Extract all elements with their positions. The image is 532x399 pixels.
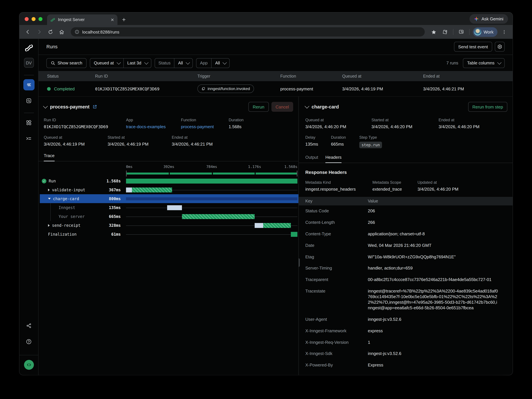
table-row[interactable]: Completed 01KJXD1TQCZ852GMEX0CQF3D69 inn… [38, 81, 513, 97]
header-row: EtagW/"10a-W8k9rUOR+zZG9xQQp8hg7694N1E" [299, 251, 513, 263]
expand-caret-icon[interactable] [48, 224, 50, 227]
headers-table-header: Key Value [299, 197, 513, 205]
share-icon[interactable] [23, 320, 34, 331]
site-info-icon[interactable] [75, 30, 79, 34]
time-filter-group: Queued at Last 3d [90, 58, 151, 68]
step-tabs: Output Headers [299, 155, 513, 163]
status-filter-label: Status [155, 58, 174, 68]
span-segment-queued [255, 223, 263, 228]
span-track [126, 194, 298, 203]
span-track [126, 221, 298, 230]
span-track [126, 212, 298, 221]
sidebar-divider [24, 75, 34, 75]
trace-row-charge-card[interactable]: charge-card800ms [40, 194, 298, 203]
reload-button[interactable] [46, 27, 55, 37]
tab-close-icon[interactable]: ✕ [111, 17, 114, 22]
header-value: express [368, 328, 499, 334]
trace-row-run[interactable]: ✓Run1.568s [40, 177, 298, 185]
browser-tab[interactable]: Inngest Server ✕ [47, 14, 117, 25]
cancel-button[interactable]: Cancel [271, 102, 293, 112]
workspace-badge[interactable]: DV [24, 58, 34, 68]
run-id-label: Run ID [44, 118, 126, 122]
close-window-button[interactable] [25, 17, 29, 21]
profile-chip[interactable]: Work [473, 27, 497, 37]
value-column-header: Value [368, 199, 513, 203]
rerun-button[interactable]: Rerun [248, 102, 269, 112]
tab-headers[interactable]: Headers [325, 155, 342, 163]
show-search-button[interactable]: Show search [46, 58, 87, 68]
span-name: Finalization [48, 232, 76, 236]
queued-at-filter[interactable]: Queued at [90, 58, 123, 68]
header-key: Server-Timing [305, 266, 368, 271]
header-key: Content-Length [305, 220, 368, 225]
step-started-at-label: Started at [371, 118, 438, 122]
window-controls[interactable] [25, 17, 42, 21]
external-link-icon[interactable] [92, 104, 97, 109]
trace-row-inngest[interactable]: Inngest135ms [40, 203, 298, 212]
header-row: X-Inngest-Req-Version1 [299, 337, 513, 348]
app-filter-value[interactable]: All [211, 58, 229, 68]
table-columns-button[interactable]: Table columns [463, 58, 505, 68]
span-track [126, 185, 298, 194]
new-tab-button[interactable]: + [122, 16, 126, 23]
axis-tick-label: 0ms [126, 165, 133, 169]
step-ended-at-value: 3/4/2026, 4:46:20 PM [438, 124, 506, 129]
span-duration: 328ms [109, 223, 121, 227]
address-bar[interactable]: localhost:8288/runs [71, 27, 425, 37]
rerun-from-step-button[interactable]: Rerun from step [468, 102, 507, 112]
span-track [126, 203, 298, 212]
settings-button[interactable] [495, 42, 505, 52]
trigger-badge[interactable]: inngest/function.invoked [197, 85, 254, 93]
column-header: Run ID [95, 74, 197, 78]
sidebar-item-events[interactable] [23, 95, 34, 106]
forward-button[interactable] [35, 27, 44, 37]
span-segment-solid [126, 178, 298, 183]
send-test-event-button[interactable]: Send test event [454, 42, 492, 52]
header-row: Content-Typeapplication/json; charset=ut… [299, 228, 513, 240]
expand-caret-icon[interactable] [48, 189, 50, 191]
sidebar-item-runs[interactable] [23, 79, 34, 90]
response-headers-heading: Response Headers [299, 163, 513, 175]
function-label: Function [181, 118, 229, 122]
minimize-window-button[interactable] [32, 17, 36, 21]
sidebar-item-functions[interactable] [23, 133, 34, 144]
trace-row-send-receipt[interactable]: send-receipt328ms [40, 221, 298, 230]
tab-output[interactable]: Output [305, 155, 318, 163]
avatar [474, 28, 481, 36]
function-link[interactable]: process-payment [181, 124, 229, 129]
dev-server-status-icon[interactable] [24, 360, 34, 370]
span-duration: 367ms [109, 188, 121, 192]
zoom-window-button[interactable] [38, 17, 42, 21]
browser-menu-icon[interactable] [500, 27, 509, 37]
header-value: inngest@traceref=%7B%22tp%22%3A%2200-4ae… [368, 289, 499, 311]
time-range-filter[interactable]: Last 3d [123, 58, 151, 68]
profile-label: Work [484, 29, 494, 34]
help-icon[interactable] [23, 336, 34, 347]
app-header: Runs Send test event [38, 39, 513, 55]
trace-row-finalization[interactable]: Finalization61ms [40, 230, 298, 239]
trace-row-your-server[interactable]: Your server665ms [40, 212, 298, 221]
collapse-caret-icon[interactable] [48, 198, 51, 199]
header-value: W/"10a-W8k9rUOR+zZG9xQQp8hg7694N1E" [368, 254, 499, 260]
trace-row-validate-input[interactable]: validate-input367ms [40, 185, 298, 194]
span-segment-selected [126, 197, 298, 200]
app-link[interactable]: trace-docs-examples [126, 124, 181, 129]
trace-minimap[interactable] [126, 171, 298, 177]
collapse-step-chevron-icon[interactable] [305, 104, 309, 109]
side-panel-search-icon[interactable] [457, 27, 466, 37]
sidebar-item-apps[interactable] [23, 117, 34, 128]
key-column-header: Key [305, 199, 368, 203]
span-name: charge-card [53, 196, 79, 201]
browser-toolbar: localhost:8288/runs Work [19, 25, 513, 39]
step-duration-label: Duration [331, 135, 359, 140]
browser-tabstrip: Inngest Server ✕ + Ask Gemini [19, 12, 513, 25]
bookmark-star-icon[interactable] [429, 27, 438, 37]
tab-trace[interactable]: Trace [44, 153, 55, 161]
status-filter-value[interactable]: All [174, 58, 192, 68]
ask-gemini-button[interactable]: Ask Gemini [469, 14, 508, 24]
collapse-run-chevron-icon[interactable] [43, 104, 48, 109]
back-button[interactable] [23, 27, 32, 37]
extensions-icon[interactable] [441, 27, 450, 37]
home-button[interactable] [57, 27, 66, 37]
panel-resize-handle[interactable] [299, 258, 300, 267]
